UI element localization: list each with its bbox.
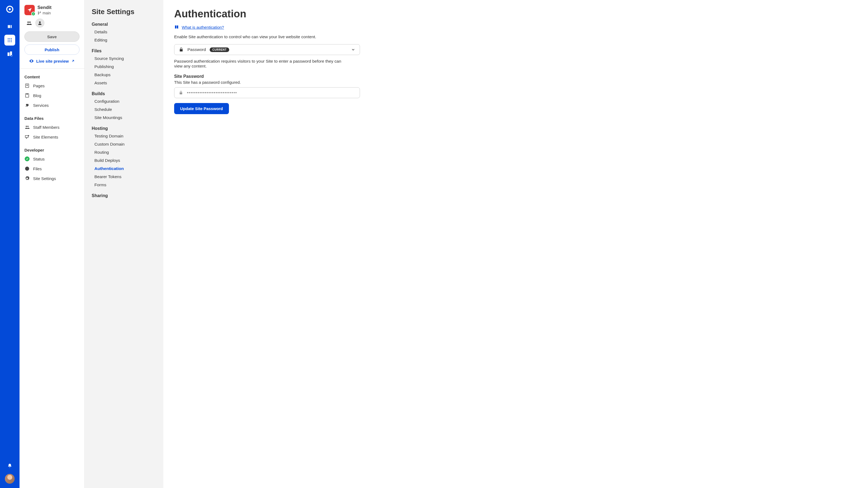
settings-item-site-mountings[interactable]: Site Mountings — [92, 113, 156, 122]
svg-point-14 — [40, 12, 41, 13]
settings-item-routing[interactable]: Routing — [92, 148, 156, 156]
svg-point-21 — [27, 126, 29, 127]
settings-item-details[interactable]: Details — [92, 28, 156, 36]
auth-method-selector[interactable]: Password CURRENT — [174, 44, 360, 55]
sidebar-item-site-elements[interactable]: Site Elements — [20, 132, 84, 142]
publish-button[interactable]: Publish — [24, 44, 80, 55]
sidebar-item-blog[interactable]: Blog — [20, 91, 84, 100]
page-icon — [24, 83, 30, 88]
main-content: Authentication What is authentication? E… — [163, 0, 868, 488]
dashboard-nav-icon[interactable] — [4, 21, 15, 32]
services-icon — [24, 103, 30, 108]
svg-point-5 — [8, 40, 9, 40]
settings-group-title: Files — [92, 48, 156, 54]
sidebar-item-label: Pages — [33, 84, 45, 88]
enable-description: Enable Site authentication to control wh… — [174, 34, 364, 39]
sidebar-item-label: Status — [33, 157, 45, 161]
settings-item-bearer-tokens[interactable]: Bearer Tokens — [92, 173, 156, 181]
help-link-label: What is authentication? — [182, 25, 224, 30]
team-switcher — [20, 18, 84, 31]
app-logo[interactable] — [4, 4, 15, 14]
svg-point-6 — [9, 40, 10, 40]
apps-nav-icon[interactable] — [4, 35, 15, 45]
settings-icon — [24, 176, 30, 181]
password-field[interactable]: •••••••••••••••••••••••••••• — [174, 87, 360, 98]
live-preview-link[interactable]: Live site preview — [20, 56, 84, 68]
settings-item-custom-domain[interactable]: Custom Domain — [92, 140, 156, 148]
svg-point-13 — [38, 13, 39, 14]
lock-icon — [179, 47, 184, 52]
settings-title: Site Settings — [92, 8, 156, 16]
blog-icon — [24, 93, 30, 98]
svg-point-17 — [39, 22, 41, 23]
svg-point-12 — [38, 12, 39, 13]
settings-item-authentication[interactable]: Authentication — [92, 165, 156, 173]
user-avatar[interactable] — [5, 474, 14, 484]
sidebar-item-pages[interactable]: Pages — [20, 81, 84, 91]
project-name: Sendit — [37, 5, 52, 10]
settings-group-title: Sharing — [92, 193, 156, 198]
settings-item-configuration[interactable]: Configuration — [92, 97, 156, 105]
settings-group-title: Builds — [92, 91, 156, 96]
svg-point-10 — [11, 41, 12, 42]
svg-point-3 — [9, 38, 10, 39]
settings-item-backups[interactable]: Backups — [92, 71, 156, 79]
sidebar-item-files[interactable]: Files — [20, 164, 84, 173]
project-header: Sendit main — [20, 0, 84, 18]
svg-point-1 — [9, 8, 11, 10]
elements-icon — [24, 134, 30, 139]
nav-sections: ContentPagesBlogServicesData FilesStaff … — [20, 72, 84, 187]
sidebar-item-site-settings[interactable]: Site Settings — [20, 173, 84, 183]
external-link-icon — [71, 59, 75, 63]
sidebar-item-label: Services — [33, 103, 49, 108]
settings-item-publishing[interactable]: Publishing — [92, 63, 156, 71]
notifications-icon[interactable] — [4, 460, 15, 471]
lock-icon — [179, 91, 183, 95]
settings-item-schedule[interactable]: Schedule — [92, 105, 156, 113]
personal-view-button[interactable] — [35, 19, 44, 28]
svg-point-16 — [29, 22, 31, 23]
sidebar-item-label: Site Elements — [33, 135, 58, 139]
settings-item-source-syncing[interactable]: Source Syncing — [92, 55, 156, 63]
book-icon — [174, 25, 179, 30]
settings-group-title: General — [92, 22, 156, 27]
preview-label: Live site preview — [36, 59, 69, 63]
staff-icon — [24, 125, 30, 130]
settings-item-testing-domain[interactable]: Testing Domain — [92, 132, 156, 140]
svg-point-9 — [9, 41, 10, 42]
action-buttons: Save Publish — [20, 31, 84, 56]
sidebar-item-services[interactable]: Services — [20, 100, 84, 110]
svg-point-2 — [8, 38, 9, 39]
sidebar-item-status[interactable]: Status — [20, 154, 84, 164]
settings-item-build-deploys[interactable]: Build Deploys — [92, 156, 156, 165]
svg-point-11 — [11, 55, 12, 57]
settings-item-forms[interactable]: Forms — [92, 181, 156, 189]
team-view-button[interactable] — [24, 19, 34, 28]
help-link[interactable]: What is authentication? — [174, 25, 224, 30]
eye-icon — [29, 59, 34, 63]
settings-group-title: Hosting — [92, 126, 156, 131]
password-section-title: Site Password — [174, 74, 857, 79]
sidebar-item-label: Site Settings — [33, 176, 56, 181]
chevron-down-icon — [351, 47, 355, 52]
sidebar: Sendit main Save Publish Live site previ… — [20, 0, 85, 488]
auth-method-label: Password — [187, 47, 206, 52]
svg-point-15 — [27, 22, 29, 23]
settings-item-assets[interactable]: Assets — [92, 79, 156, 87]
status-icon — [24, 156, 30, 161]
save-button[interactable]: Save — [24, 31, 80, 42]
sidebar-item-label: Blog — [33, 93, 41, 98]
sidebar-item-staff-members[interactable]: Staff Members — [20, 122, 84, 132]
svg-point-7 — [11, 40, 12, 40]
project-logo — [24, 5, 35, 15]
update-password-button[interactable]: Update Site Password — [174, 103, 229, 114]
app-rail — [0, 0, 20, 488]
svg-rect-22 — [25, 135, 28, 138]
settings-item-editing[interactable]: Editing — [92, 36, 156, 44]
current-badge: CURRENT — [210, 47, 229, 52]
nav-section-title: Developer — [20, 145, 84, 154]
org-nav-icon[interactable] — [4, 48, 15, 59]
project-branch: main — [37, 11, 52, 15]
sidebar-item-label: Files — [33, 166, 42, 171]
branch-icon — [37, 11, 41, 15]
